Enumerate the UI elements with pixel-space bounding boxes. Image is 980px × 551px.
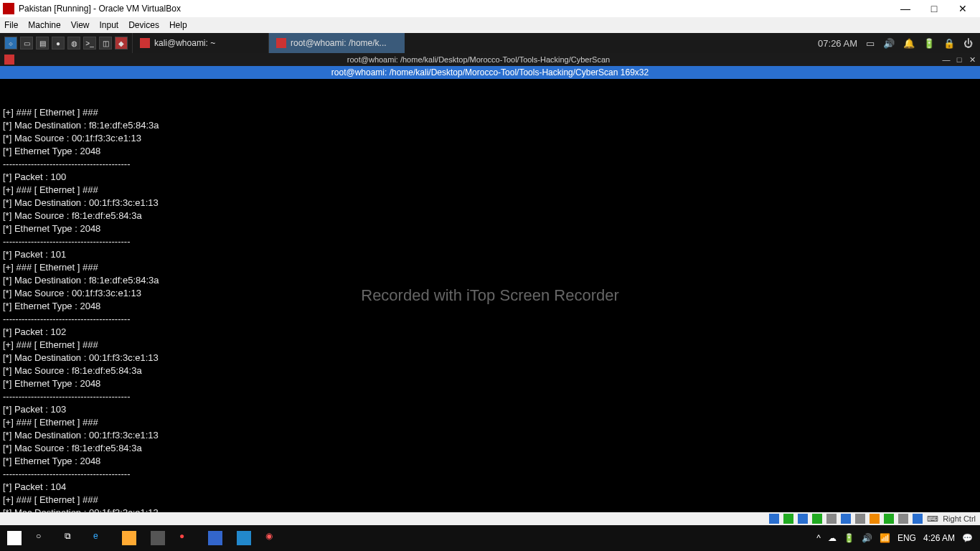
terminal-window-icon: [4, 55, 14, 65]
tray-notifications-icon[interactable]: 💬: [962, 533, 973, 543]
app-icon-1[interactable]: [201, 525, 230, 551]
status-cpu-icon[interactable]: [884, 514, 894, 524]
tray-battery-icon[interactable]: 🔋: [844, 533, 854, 543]
terminal-launcher-icon[interactable]: >_: [83, 37, 96, 50]
taskview-button[interactable]: ⧉: [57, 525, 86, 551]
system-tray: ^ ☁ 🔋 🔊 📶 ENG 4:26 AM 💬: [809, 533, 980, 543]
status-optical-icon[interactable]: [783, 514, 793, 524]
menu-file[interactable]: File: [4, 20, 18, 30]
task-label: kali@whoami: ~: [154, 38, 215, 48]
cortana-button[interactable]: ○: [29, 525, 57, 551]
kali-panel: ⟐ ▭ ▤ ● ◍ >_ ◫ ◆ kali@whoami: ~ root@who…: [0, 33, 980, 53]
terminal-output[interactable]: Recorded with iTop Screen Recorder [+] #…: [0, 79, 980, 512]
tray-wifi-icon[interactable]: 📶: [880, 533, 890, 543]
terminal-text: [+] ### [ Ethernet ] ### [*] Mac Destina…: [3, 106, 977, 512]
display-icon[interactable]: ▭: [866, 38, 875, 49]
browser-icon[interactable]: ◍: [67, 37, 80, 50]
terminal-maximize-button[interactable]: □: [954, 55, 964, 65]
status-clipboard-icon[interactable]: [913, 514, 923, 524]
status-recording-icon[interactable]: [870, 514, 880, 524]
maximize-button[interactable]: □: [920, 3, 948, 14]
status-network-icon[interactable]: [812, 514, 822, 524]
host-key-label: ⌨: [927, 514, 938, 524]
terminal-titlebar: root@whoami: /home/kali/Desktop/Morocco-…: [0, 53, 980, 66]
panel-tray: 07:26 AM ▭ 🔊 🔔 🔋 🔒 ⏻: [811, 38, 980, 49]
status-mouse-icon[interactable]: [898, 514, 908, 524]
tray-clock[interactable]: 4:26 AM: [923, 533, 955, 543]
terminal-title: root@whoami: /home/kali/Desktop/Morocco-…: [19, 55, 938, 64]
terminal-tab-bar[interactable]: root@whoami: /home/kali/Desktop/Morocco-…: [0, 66, 980, 79]
workspace-icon[interactable]: ◫: [99, 37, 112, 50]
virtualbox-titlebar: Pakistan [Running] - Oracle VM VirtualBo…: [0, 0, 980, 17]
virtualbox-icon: [3, 3, 14, 14]
tray-chevron-icon[interactable]: ^: [816, 533, 821, 543]
menu-view[interactable]: View: [71, 20, 90, 30]
power-icon[interactable]: ⏻: [963, 38, 973, 49]
show-desktop-icon[interactable]: ▭: [20, 37, 33, 50]
files-icon[interactable]: ▤: [36, 37, 49, 50]
menu-machine[interactable]: Machine: [28, 20, 60, 30]
terminal-minimize-button[interactable]: —: [941, 55, 951, 65]
tray-sound-icon[interactable]: 🔊: [862, 533, 872, 543]
virtualbox-menubar: File Machine View Input Devices Help: [0, 17, 980, 33]
terminal-icon: [140, 38, 150, 48]
status-usb-icon[interactable]: [826, 514, 837, 524]
menu-help[interactable]: Help: [169, 20, 187, 30]
windows-taskbar: ⊞ ○ ⧉ e ● ◉ ^ ☁ 🔋 🔊 📶 ENG 4:26 AM 💬: [0, 525, 980, 551]
terminal-icon: [276, 38, 286, 48]
menu-input[interactable]: Input: [100, 20, 119, 30]
taskbar-item-terminal2[interactable]: root@whoami: /home/k...: [268, 33, 405, 53]
status-disk-icon[interactable]: [769, 514, 779, 524]
notifications-icon[interactable]: 🔔: [903, 38, 915, 49]
explorer-icon[interactable]: [115, 525, 143, 551]
menu-devices[interactable]: Devices: [128, 20, 159, 30]
tray-onedrive-icon[interactable]: ☁: [828, 533, 837, 543]
recorder-icon[interactable]: ●: [172, 525, 201, 551]
panel-clock[interactable]: 07:26 AM: [818, 38, 857, 49]
battery-icon[interactable]: 🔋: [923, 38, 935, 49]
edge-icon[interactable]: e: [86, 525, 115, 551]
app-icon[interactable]: ◆: [115, 37, 128, 50]
virtualbox-taskbar-icon[interactable]: [230, 525, 258, 551]
taskbar-item-terminal1[interactable]: kali@whoami: ~: [132, 33, 268, 53]
status-shared-icon[interactable]: [841, 514, 851, 524]
close-button[interactable]: ✕: [948, 3, 977, 14]
status-audio-icon[interactable]: [798, 514, 808, 524]
task-label: root@whoami: /home/k...: [291, 38, 387, 48]
kali-menu-icon[interactable]: ⟐: [4, 37, 17, 50]
terminal-close-button[interactable]: ✕: [967, 55, 977, 65]
minimize-button[interactable]: —: [891, 3, 920, 14]
app-icon-2[interactable]: ◉: [258, 525, 287, 551]
start-button[interactable]: ⊞: [0, 525, 29, 551]
sound-icon[interactable]: 🔊: [883, 38, 895, 49]
virtualbox-statusbar: ⌨ Right Ctrl: [0, 512, 980, 525]
window-title: Pakistan [Running] - Oracle VM VirtualBo…: [19, 4, 181, 14]
lock-icon[interactable]: 🔒: [943, 38, 955, 49]
panel-launchers: ⟐ ▭ ▤ ● ◍ >_ ◫ ◆: [0, 37, 132, 50]
firefox-icon[interactable]: ●: [52, 37, 65, 50]
status-display-icon[interactable]: [855, 514, 865, 524]
tray-language[interactable]: ENG: [897, 533, 916, 543]
store-icon[interactable]: [143, 525, 172, 551]
host-key-text: Right Ctrl: [943, 514, 976, 523]
